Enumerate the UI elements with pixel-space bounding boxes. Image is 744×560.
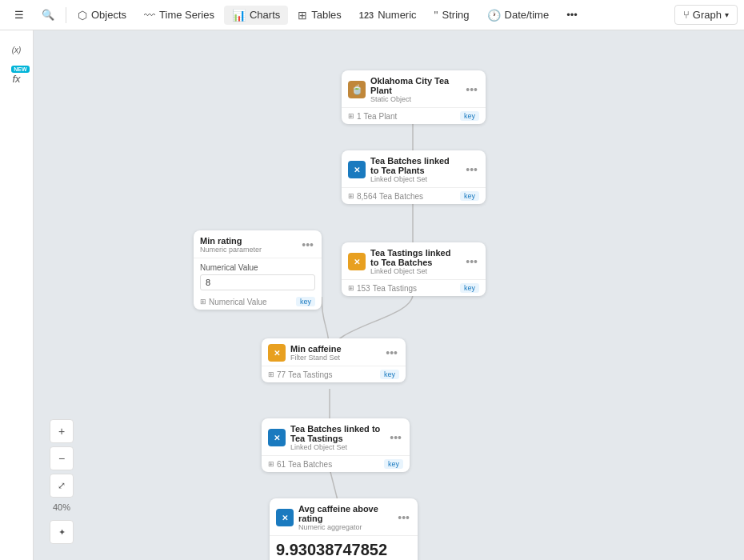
minrating-menu[interactable]: ••• — [300, 237, 315, 253]
minrating-footer: ⊞ Numerical Value key — [194, 294, 322, 310]
avgcaffeine-result: 9.93038747852 — [270, 536, 418, 560]
minrating-inner: Numerical Value — [194, 258, 322, 294]
formula-icon: fx — [12, 73, 20, 85]
graph-tree-icon: ⑂ — [683, 9, 690, 21]
param-label: Numerical Value — [200, 263, 315, 272]
zoom-layout-button[interactable]: ✦ — [50, 520, 74, 544]
node-teabatches2[interactable]: ✕ Tea Batches linked to Tea Tastings Lin… — [262, 418, 410, 472]
nav-timeseries[interactable]: 〰 Time Series — [136, 6, 222, 25]
nav-string[interactable]: " String — [426, 6, 478, 25]
teabatches-menu[interactable]: ••• — [464, 162, 479, 178]
nav-tables-label: Tables — [311, 9, 342, 21]
teabatches2-badge: key — [384, 459, 403, 469]
oklahoma-badge: key — [460, 111, 479, 121]
nav-divider — [66, 7, 66, 23]
teatastings-icon: ✕ — [348, 253, 366, 270]
oklahoma-title: Oklahoma City Tea Plant — [370, 76, 459, 95]
top-nav: ☰ 🔍 ⬡ Objects 〰 Time Series 📊 Charts ⊞ T… — [0, 0, 744, 30]
mincaffeine-icon: ✕ — [268, 344, 286, 362]
teatastings-menu[interactable]: ••• — [464, 254, 479, 270]
nav-menu-toggle[interactable]: ☰ — [6, 6, 32, 24]
mincaffeine-subtitle: Filter Stand Set — [290, 354, 379, 362]
objects-icon: ⬡ — [78, 9, 87, 22]
node-avgcaffeine[interactable]: ✕ Avg caffeine above rating Numeric aggr… — [270, 498, 418, 560]
nav-datetime[interactable]: 🕐 Date/time — [479, 6, 558, 25]
param-input[interactable] — [200, 274, 315, 290]
teabatches2-subtitle: Linked Object Set — [290, 443, 383, 451]
minrating-subtitle: Numeric parameter — [200, 246, 295, 254]
nav-tables[interactable]: ⊞ Tables — [290, 6, 350, 25]
sidebar-variable[interactable]: (x) — [4, 37, 30, 62]
teabatches2-title: Tea Batches linked to Tea Tastings — [290, 424, 383, 443]
mincaffeine-footer: ⊞ 77 Tea Tastings key — [262, 366, 406, 382]
variable-icon: (x) — [12, 46, 22, 54]
node-mincaffeine[interactable]: ✕ Min caffeine Filter Stand Set ••• ⊞ 77… — [262, 338, 406, 382]
minrating-count-icon: ⊞ — [200, 298, 206, 306]
mincaffeine-header: ✕ Min caffeine Filter Stand Set ••• — [262, 338, 406, 366]
avgcaffeine-title-block: Avg caffeine above rating Numeric aggreg… — [298, 504, 391, 531]
oklahoma-icon: 🍵 — [348, 81, 366, 98]
nav-graph-button[interactable]: ⑂ Graph ▾ — [674, 5, 738, 25]
node-teabatches-linked[interactable]: ✕ Tea Batches linked to Tea Plants Linke… — [342, 150, 486, 204]
node-minrating[interactable]: Min rating Numeric parameter ••• Numeric… — [194, 230, 322, 310]
nav-charts[interactable]: 📊 Charts — [224, 6, 288, 25]
mincaffeine-title: Min caffeine — [290, 344, 379, 354]
tables-icon: ⊞ — [298, 9, 307, 22]
zoom-out-button[interactable]: − — [50, 446, 74, 470]
teabatches2-footer: ⊞ 61 Tea Batches key — [262, 456, 410, 472]
node-oklahoma[interactable]: 🍵 Oklahoma City Tea Plant Static Object … — [342, 70, 486, 124]
nav-graph-label: Graph — [693, 9, 722, 21]
zoom-level: 40% — [50, 501, 74, 514]
minrating-badge: key — [296, 297, 315, 306]
nav-charts-label: Charts — [250, 9, 280, 21]
zoom-fit-button[interactable]: ⤢ — [50, 474, 74, 498]
nav-more[interactable]: ••• — [558, 6, 586, 24]
layout-icon: ✦ — [58, 527, 66, 538]
mincaffeine-badge: key — [380, 370, 399, 379]
nav-datetime-label: Date/time — [505, 9, 550, 21]
teabatches-title: Tea Batches linked to Tea Plants — [370, 156, 459, 175]
zoom-controls: + − ⤢ 40% ✦ — [50, 419, 74, 544]
nav-objects-label: Objects — [91, 9, 126, 21]
teatastings-subtitle: Linked Object Set — [370, 267, 459, 275]
teatastings-footer: ⊞ 153 Tea Tastings key — [342, 280, 486, 296]
mincaffeine-title-block: Min caffeine Filter Stand Set — [290, 344, 379, 362]
avgcaffeine-menu[interactable]: ••• — [396, 510, 411, 526]
teatastings-count-icon: ⊞ — [348, 284, 354, 292]
nav-numeric[interactable]: 123 Numeric — [351, 6, 425, 24]
teatastings-title: Tea Tastings linked to Tea Batches — [370, 248, 459, 267]
nav-numeric-label: Numeric — [378, 9, 416, 21]
teabatches-subtitle: Linked Object Set — [370, 175, 459, 183]
teabatches-header: ✕ Tea Batches linked to Tea Plants Linke… — [342, 150, 486, 188]
nav-objects[interactable]: ⬡ Objects — [70, 6, 134, 25]
oklahoma-subtitle: Static Object — [370, 95, 459, 103]
sidebar-formula[interactable]: fx NEW — [4, 66, 30, 91]
avgcaffeine-header: ✕ Avg caffeine above rating Numeric aggr… — [270, 498, 418, 536]
zoom-in-icon: + — [58, 425, 65, 438]
new-badge: NEW — [11, 66, 29, 73]
string-icon: " — [434, 9, 438, 22]
oklahoma-title-block: Oklahoma City Tea Plant Static Object — [370, 76, 459, 103]
nav-search[interactable]: 🔍 — [34, 6, 62, 24]
teatastings-header: ✕ Tea Tastings linked to Tea Batches Lin… — [342, 242, 486, 280]
oklahoma-menu[interactable]: ••• — [464, 82, 479, 98]
datetime-icon: 🕐 — [487, 9, 501, 22]
oklahoma-footer-count: ⊞ 1 Tea Plant — [348, 112, 397, 121]
hamburger-icon: ☰ — [14, 9, 24, 21]
left-sidebar: (x) fx NEW — [0, 30, 34, 560]
teabatches2-menu[interactable]: ••• — [388, 430, 403, 446]
teabatches-title-block: Tea Batches linked to Tea Plants Linked … — [370, 156, 459, 183]
avgcaffeine-icon: ✕ — [276, 509, 294, 526]
teabatches2-header: ✕ Tea Batches linked to Tea Tastings Lin… — [262, 418, 410, 456]
teatastings-title-block: Tea Tastings linked to Tea Batches Linke… — [370, 248, 459, 275]
node-teatastings-linked[interactable]: ✕ Tea Tastings linked to Tea Batches Lin… — [342, 242, 486, 296]
numeric-icon: 123 — [359, 10, 374, 20]
teabatches-count-icon: ⊞ — [348, 192, 354, 200]
canvas[interactable]: 🍵 Oklahoma City Tea Plant Static Object … — [34, 30, 744, 560]
mincaffeine-menu[interactable]: ••• — [384, 345, 399, 361]
teabatches2-title-block: Tea Batches linked to Tea Tastings Linke… — [290, 424, 383, 451]
teabatches2-count-icon: ⊞ — [268, 460, 274, 468]
minrating-header: Min rating Numeric parameter ••• — [194, 230, 322, 258]
mincaffeine-count-icon: ⊞ — [268, 370, 274, 378]
zoom-in-button[interactable]: + — [50, 419, 74, 443]
